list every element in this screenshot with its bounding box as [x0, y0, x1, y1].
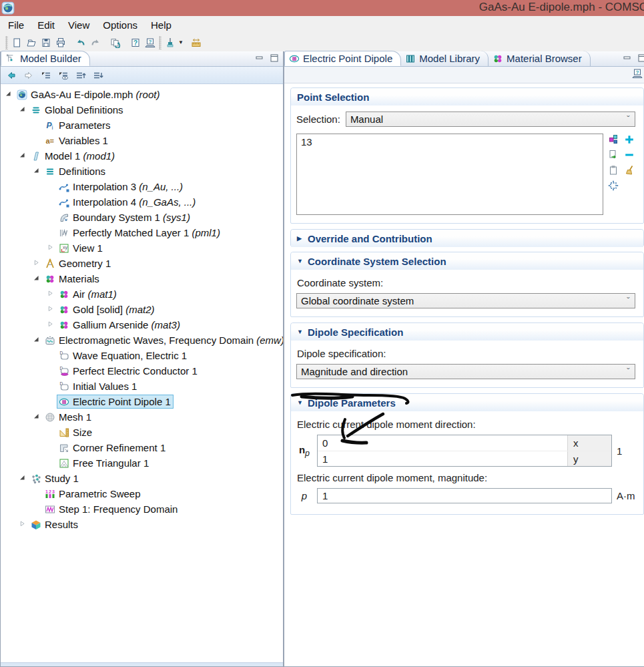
tree-item[interactable]: Model 1 (mod1) — [1, 148, 283, 164]
tree-item[interactable]: Definitions — [1, 164, 283, 179]
selection-dropdown[interactable]: Manual ˇ — [346, 112, 635, 127]
section-header[interactable]: ▼ Dipole Parameters — [291, 394, 643, 411]
undo-button[interactable] — [73, 35, 88, 50]
expander-open-icon[interactable] — [33, 336, 41, 345]
expander-open-icon[interactable] — [5, 90, 13, 99]
expander-closed-icon[interactable] — [47, 290, 55, 298]
tree-item[interactable]: xyView 1 — [1, 240, 283, 256]
update-solution-button[interactable] — [108, 35, 123, 50]
add-to-selection-button[interactable] — [624, 134, 635, 145]
collapse-all-button[interactable] — [39, 69, 53, 82]
open-file-button[interactable] — [24, 35, 39, 50]
menu-item-edit[interactable]: Edit — [31, 17, 61, 33]
section-header[interactable]: ▶ Override and Contribution — [291, 230, 643, 247]
expander-open-icon[interactable] — [19, 105, 27, 114]
tree-item[interactable]: Electric Point Dipole 1 — [1, 394, 283, 409]
new-file-button[interactable] — [9, 35, 24, 50]
back-button[interactable] — [5, 69, 18, 82]
direction-value-cell[interactable]: 1 — [318, 451, 567, 466]
selection-list[interactable]: 13 — [296, 134, 603, 215]
tab-model-library[interactable]: Model Library — [401, 51, 489, 66]
clear-selection-button[interactable] — [624, 164, 635, 176]
tree-item[interactable]: Mesh 1 — [1, 409, 283, 425]
tree-item[interactable]: Gold [solid] (mat2) — [1, 302, 283, 317]
tree-item[interactable]: 123Parametric Sweep — [1, 486, 283, 501]
section-header[interactable]: ▼ Dipole Specification — [291, 323, 643, 341]
redo-button[interactable] — [88, 35, 103, 50]
tree-item[interactable]: DInitial Values 1 — [1, 379, 283, 394]
print-button[interactable] — [53, 35, 68, 50]
coordinate-system-dropdown[interactable]: Global coordinate system ˇ — [296, 293, 635, 308]
expander-closed-icon[interactable] — [19, 520, 27, 529]
menu-item-file[interactable]: File — [1, 17, 31, 33]
tree-item[interactable]: Geometry 1 — [1, 256, 283, 271]
expander-open-icon[interactable] — [33, 167, 41, 176]
move-up-button[interactable] — [74, 69, 87, 82]
magnitude-input[interactable]: 1 — [317, 488, 612, 503]
selection-list-item[interactable]: 13 — [301, 136, 599, 148]
tree-item[interactable]: Gallium Arsenide (mat3) — [1, 317, 283, 332]
expander-closed-icon[interactable] — [47, 244, 55, 252]
expander-open-icon[interactable] — [19, 474, 27, 483]
direction-value-cell[interactable]: 0 — [318, 435, 567, 451]
dropdown-arrow-icon[interactable]: ▼ — [178, 39, 184, 45]
tab-material-browser[interactable]: Material Browser — [489, 51, 591, 66]
tree-item[interactable]: Step 1: Frequency Domain — [1, 501, 283, 517]
expander-open-icon[interactable] — [33, 274, 41, 283]
expander-open-icon[interactable] — [33, 413, 41, 421]
material-sweep-brush-button[interactable] — [163, 35, 178, 50]
expander-closed-icon[interactable] — [33, 259, 41, 268]
menu-item-view[interactable]: View — [61, 17, 96, 33]
settings-content: Point Selection Selection: Manual ˇ 13 — [284, 83, 644, 666]
maximize-panel-icon[interactable] — [270, 54, 279, 62]
minimize-panel-icon[interactable] — [255, 54, 264, 62]
tab-model-builder[interactable]: Model Builder — [1, 51, 90, 66]
show-button[interactable] — [57, 69, 70, 82]
create-selection-button[interactable] — [608, 134, 619, 145]
tree-item[interactable]: Interpolation 4 (n_GaAs, ...) — [1, 194, 283, 210]
tree-item[interactable]: Boundary System 1 (sys1) — [1, 210, 283, 225]
section-header[interactable]: Point Selection — [291, 88, 643, 105]
toolbar-grip[interactable] — [5, 36, 8, 49]
measure-button[interactable] — [189, 35, 204, 50]
forward-button[interactable] — [22, 69, 35, 82]
tree-item[interactable]: Size — [1, 425, 283, 440]
tree-item[interactable]: Global Definitions — [1, 102, 283, 118]
expander-closed-icon[interactable] — [47, 305, 55, 314]
expander-open-icon[interactable] — [19, 152, 27, 160]
tree-item[interactable]: Free Triangular 1 — [1, 455, 283, 471]
tree-item[interactable]: a=Variables 1 — [1, 133, 283, 148]
tree-item[interactable]: Materials — [1, 271, 283, 286]
save-file-button[interactable] — [39, 35, 53, 50]
tree-item[interactable]: DWave Equation, Electric 1 — [1, 348, 283, 363]
help-button[interactable]: ? — [128, 35, 143, 50]
section-header[interactable]: ▼ Coordinate System Selection — [291, 252, 643, 270]
tree-item[interactable]: Electromagnetic Waves, Frequency Domain … — [1, 332, 283, 348]
tree-item[interactable]: Air (mat1) — [1, 286, 283, 302]
minimize-panel-icon[interactable] — [623, 54, 632, 62]
menu-item-help[interactable]: Help — [144, 17, 178, 33]
tree-item[interactable]: Perfectly Matched Layer 1 (pml1) — [1, 225, 283, 240]
expander-closed-icon[interactable] — [47, 320, 55, 329]
maximize-panel-icon[interactable] — [637, 54, 644, 62]
paste-selection-button[interactable] — [608, 164, 619, 176]
tree-item[interactable]: PiParameters — [1, 118, 283, 133]
dipole-specification-dropdown[interactable]: Magnitude and direction ˇ — [296, 364, 635, 379]
tree-item[interactable]: DPerfect Electric Conductor 1 — [1, 363, 283, 379]
direction-table[interactable]: 0x1y — [317, 435, 612, 467]
menu-item-options[interactable]: Options — [96, 17, 144, 33]
toolbar-grip[interactable] — [159, 36, 162, 49]
remove-from-selection-button[interactable] — [624, 149, 635, 160]
help-icon[interactable]: ? — [632, 68, 644, 81]
tree-item[interactable]: GaAs-Au E-dipole.mph (root) — [1, 87, 283, 102]
tree-item[interactable]: Interpolation 3 (n_Au, ...) — [1, 179, 283, 194]
copy-selection-button[interactable] — [608, 149, 619, 160]
move-down-button[interactable] — [91, 69, 105, 82]
help-laptop-button[interactable]: ? — [143, 35, 157, 50]
zoom-to-selection-button[interactable] — [608, 180, 619, 191]
model-builder-icon — [5, 53, 17, 64]
tree-item[interactable]: Results — [1, 517, 283, 532]
tree-item[interactable]: Study 1 — [1, 471, 283, 486]
tab-electric-point-dipole[interactable]: Electric Point Dipole — [284, 51, 401, 66]
tree-item[interactable]: Corner Refinement 1 — [1, 440, 283, 455]
